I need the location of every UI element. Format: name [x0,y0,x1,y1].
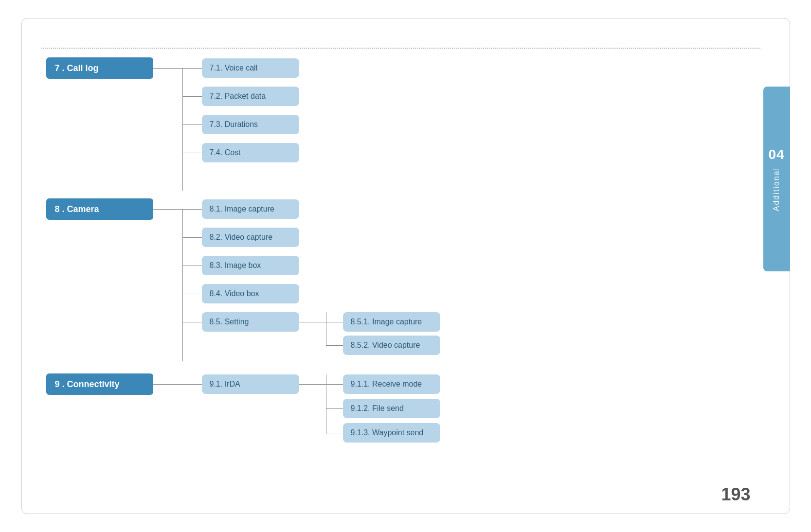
sub-item-8-4-row: 8.4. Video box [182,284,299,303]
h-line-9-1-2 [326,408,343,409]
h-line-9-1-1 [326,384,343,385]
sidebar-tab: 04 Additional [763,87,790,271]
h-line-7-1 [182,68,202,69]
sub-item-8-4: 8.4. Video box [202,284,299,303]
section-8-label: 8 . Camera [46,198,153,220]
sub-item-8-5: 8.5. Setting [202,312,299,332]
sub-sub-8-5-2: 8.5.2. Video capture [343,336,440,355]
sub-item-7-1-row: 7.1. Voice call [182,58,299,78]
h-line-9-1-sub [299,384,326,385]
h-line-8-3 [182,266,202,266]
section-9: 9 . Connectivity 9.1. IrDA 9.1.1. Receiv… [46,373,153,395]
sub-sub-9-1-3: 9.1.3. Waypoint send [343,423,440,443]
sub-sub-8-5-1-row: 8.5.1. Image capture [326,312,440,332]
sub-item-7-3-row: 7.3. Durations [182,115,299,134]
h-line-8-2 [182,237,202,238]
dotted-separator [41,48,760,49]
section-9-label: 9 . Connectivity [46,373,153,395]
section-7-label: 7 . Call log [46,57,153,79]
h-line-8 [153,209,182,210]
sub-item-8-3: 8.3. Image box [202,256,299,275]
sub-item-7-1: 7.1. Voice call [202,58,299,78]
sub-item-7-4-row: 7.4. Cost [182,143,299,162]
sub-item-9-1: 9.1. IrDA [202,374,299,394]
h-line-8-1 [182,209,202,210]
section-7: 7 . Call log 7.1. Voice call 7.2. Packet… [46,57,153,79]
h-line-8-5-2 [326,345,343,346]
section-8: 8 . Camera 8.1. Image capture 8.2. Video… [46,198,153,220]
h-line-8-5-1 [326,322,343,322]
sub-item-7-2: 7.2. Packet data [202,87,299,106]
sub-item-8-5-row: 8.5. Setting 8.5.1. Image capture 8.5.2.… [182,312,326,332]
page-container: 04 Additional 7 . Call log 7.1. Voice ca… [21,18,790,514]
sub-item-8-1-row: 8.1. Image capture [182,199,299,219]
h-line-7-4 [182,153,202,153]
sub-sub-8-5-2-row: 8.5.2. Video capture [326,336,440,355]
sub-sub-9-1-2-row: 9.1.2. File send [326,399,440,418]
sub-sub-9-1-1-row: 9.1.1. Receive mode [326,374,440,394]
sub-sub-9-1-2: 9.1.2. File send [343,399,440,418]
h-line-9 [153,384,182,385]
h-line-9-1 [182,384,202,385]
sub-item-8-3-row: 8.3. Image box [182,256,299,275]
h-line-8-5-sub [299,322,326,322]
h-line-7 [153,68,182,69]
tab-label: Additional [772,167,781,211]
h-line-8-4 [182,294,202,294]
sub-item-7-3: 7.3. Durations [202,115,299,134]
sub-sub-9-1-1: 9.1.1. Receive mode [343,374,440,394]
h-line-8-5 [182,322,202,322]
tab-number: 04 [768,147,784,162]
sub-item-9-1-row: 9.1. IrDA 9.1.1. Receive mode 9.1.2. Fil… [182,374,326,394]
sub-item-8-2: 8.2. Video capture [202,228,299,247]
sub-item-7-2-row: 7.2. Packet data [182,87,299,106]
sub-sub-9-1-3-row: 9.1.3. Waypoint send [326,423,440,443]
sub-item-7-4: 7.4. Cost [202,143,299,162]
sub-item-8-2-row: 8.2. Video capture [182,228,299,247]
h-line-7-3 [182,124,202,125]
page-number: 193 [721,484,750,505]
sub-item-8-1: 8.1. Image capture [202,199,299,219]
h-line-7-2 [182,96,202,97]
sub-sub-8-5-1: 8.5.1. Image capture [343,312,440,332]
h-line-9-1-3 [326,433,343,433]
